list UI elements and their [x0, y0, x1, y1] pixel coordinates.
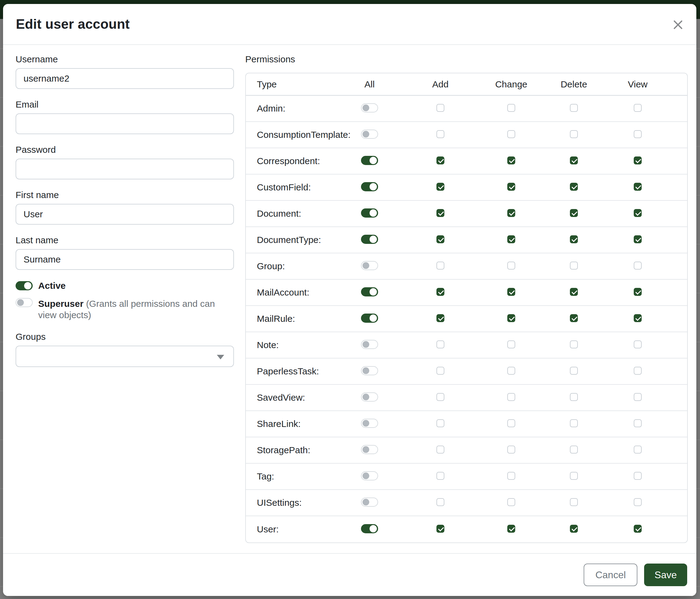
perm-toggle-all[interactable]	[361, 209, 378, 218]
perm-checkbox-view[interactable]	[634, 130, 642, 138]
perm-checkbox-change[interactable]	[507, 183, 515, 191]
perm-checkbox-add[interactable]	[436, 525, 444, 533]
perm-checkbox-change[interactable]	[507, 314, 515, 322]
perm-checkbox-add[interactable]	[436, 498, 444, 506]
perm-checkbox-delete[interactable]	[570, 235, 578, 243]
perm-toggle-all[interactable]	[361, 445, 378, 454]
perm-checkbox-view[interactable]	[634, 288, 642, 296]
perm-toggle-all[interactable]	[361, 235, 378, 244]
perm-checkbox-change[interactable]	[507, 340, 515, 349]
perm-checkbox-change[interactable]	[507, 472, 515, 480]
last-name-input[interactable]	[16, 249, 234, 270]
perm-checkbox-view[interactable]	[634, 393, 642, 401]
perm-checkbox-delete[interactable]	[570, 393, 578, 401]
perm-checkbox-delete[interactable]	[570, 288, 578, 296]
perm-checkbox-view[interactable]	[634, 446, 642, 454]
save-button[interactable]: Save	[644, 564, 687, 586]
perm-checkbox-change[interactable]	[507, 288, 515, 296]
perm-checkbox-change[interactable]	[507, 262, 515, 269]
perm-checkbox-change[interactable]	[507, 525, 515, 533]
password-input[interactable]	[16, 159, 234, 179]
active-toggle[interactable]	[16, 281, 33, 290]
perm-checkbox-delete[interactable]	[570, 104, 578, 112]
perm-checkbox-delete[interactable]	[570, 446, 578, 454]
perm-checkbox-change[interactable]	[507, 393, 515, 401]
close-icon[interactable]	[673, 19, 683, 30]
perm-checkbox-change[interactable]	[507, 367, 515, 375]
perm-checkbox-add[interactable]	[436, 472, 444, 480]
perm-checkbox-change[interactable]	[507, 209, 515, 217]
perm-toggle-all[interactable]	[361, 498, 378, 507]
perm-checkbox-delete[interactable]	[570, 419, 578, 427]
perm-checkbox-view[interactable]	[634, 157, 642, 164]
perm-checkbox-view[interactable]	[634, 340, 642, 349]
perm-toggle-all[interactable]	[361, 340, 378, 349]
perm-checkbox-view[interactable]	[634, 419, 642, 427]
perm-checkbox-delete[interactable]	[570, 209, 578, 217]
perm-toggle-all[interactable]	[361, 419, 378, 428]
perm-checkbox-add[interactable]	[436, 340, 444, 349]
perm-checkbox-delete[interactable]	[570, 262, 578, 269]
perm-checkbox-add[interactable]	[436, 209, 444, 217]
perm-toggle-all[interactable]	[361, 471, 378, 480]
perm-checkbox-view[interactable]	[634, 498, 642, 506]
perm-checkbox-add[interactable]	[436, 262, 444, 269]
perm-checkbox-view[interactable]	[634, 235, 642, 243]
perm-checkbox-change[interactable]	[507, 235, 515, 243]
first-name-input[interactable]	[16, 204, 234, 224]
perm-checkbox-view[interactable]	[634, 367, 642, 375]
perm-checkbox-delete[interactable]	[570, 498, 578, 506]
perm-checkbox-add[interactable]	[436, 130, 444, 138]
perm-checkbox-delete[interactable]	[570, 314, 578, 322]
perm-checkbox-add[interactable]	[436, 183, 444, 191]
perm-toggle-all[interactable]	[361, 261, 378, 270]
perm-checkbox-add[interactable]	[436, 367, 444, 375]
perm-checkbox-delete[interactable]	[570, 130, 578, 138]
perm-checkbox-add[interactable]	[436, 419, 444, 427]
table-row: MailAccount:	[246, 280, 687, 306]
perm-checkbox-change[interactable]	[507, 419, 515, 427]
perm-checkbox-change[interactable]	[507, 104, 515, 112]
perm-toggle-all[interactable]	[361, 314, 378, 323]
username-input[interactable]	[16, 68, 234, 89]
column-header-type: Type	[257, 79, 338, 90]
perm-checkbox-delete[interactable]	[570, 472, 578, 480]
perm-checkbox-add[interactable]	[436, 393, 444, 401]
perm-type-label: ShareLink:	[257, 419, 338, 429]
perm-toggle-all[interactable]	[361, 156, 378, 165]
perm-checkbox-delete[interactable]	[570, 525, 578, 533]
perm-checkbox-view[interactable]	[634, 472, 642, 480]
perm-checkbox-add[interactable]	[436, 314, 444, 322]
perm-checkbox-add[interactable]	[436, 235, 444, 243]
perm-checkbox-view[interactable]	[634, 314, 642, 322]
perm-checkbox-change[interactable]	[507, 446, 515, 454]
perm-checkbox-add[interactable]	[436, 288, 444, 296]
superuser-toggle[interactable]	[16, 298, 33, 307]
perm-checkbox-view[interactable]	[634, 104, 642, 112]
perm-checkbox-delete[interactable]	[570, 183, 578, 191]
perm-toggle-all[interactable]	[361, 366, 378, 375]
perm-toggle-all[interactable]	[361, 524, 378, 533]
perm-checkbox-view[interactable]	[634, 525, 642, 533]
groups-select[interactable]	[16, 346, 234, 367]
perm-checkbox-view[interactable]	[634, 209, 642, 217]
perm-checkbox-delete[interactable]	[570, 367, 578, 375]
perm-toggle-all[interactable]	[361, 129, 378, 139]
perm-toggle-all[interactable]	[361, 103, 378, 113]
email-input[interactable]	[16, 113, 234, 134]
perm-checkbox-delete[interactable]	[570, 157, 578, 164]
perm-checkbox-add[interactable]	[436, 446, 444, 454]
perm-checkbox-view[interactable]	[634, 262, 642, 269]
cancel-button[interactable]: Cancel	[584, 564, 638, 586]
perm-checkbox-delete[interactable]	[570, 340, 578, 349]
perm-toggle-all[interactable]	[361, 392, 378, 402]
perm-checkbox-add[interactable]	[436, 157, 444, 164]
perm-checkbox-add[interactable]	[436, 104, 444, 112]
perm-checkbox-change[interactable]	[507, 157, 515, 164]
perm-toggle-all[interactable]	[361, 182, 378, 191]
perm-toggle-all[interactable]	[361, 287, 378, 296]
perm-checkbox-change[interactable]	[507, 498, 515, 506]
table-row: Note:	[246, 332, 687, 358]
perm-checkbox-view[interactable]	[634, 183, 642, 191]
perm-checkbox-change[interactable]	[507, 130, 515, 138]
